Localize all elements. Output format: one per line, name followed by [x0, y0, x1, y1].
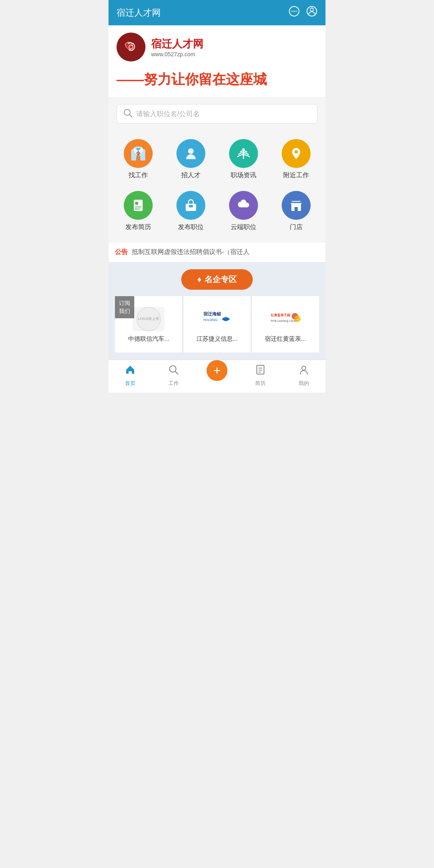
diamond-icon: ♦ [197, 275, 201, 284]
search-input[interactable] [136, 110, 311, 118]
svg-text:宿迁海鲸: 宿迁海鲸 [203, 311, 221, 316]
nav-label-mine: 我的 [299, 380, 309, 387]
post-job-icon [176, 191, 205, 220]
logo-url: www.0527zp.com [151, 51, 203, 57]
site-logo [117, 33, 145, 61]
nearby-jobs-label: 附近工作 [283, 171, 309, 180]
action-cloud-job[interactable]: 云端职位 [218, 187, 269, 235]
nearby-jobs-icon [282, 139, 311, 168]
svg-point-2 [294, 11, 295, 12]
svg-line-29 [176, 372, 178, 375]
nav-label-jobs: 工作 [168, 380, 179, 387]
enterprise-header: ♦ 名企专区 [115, 269, 319, 290]
enterprise-card[interactable]: 宿迁海鲸 HAIJING 江苏捷义信息... [183, 296, 251, 352]
user-icon[interactable] [306, 6, 317, 20]
slogan-banner: ——努力让你留在这座城 [108, 66, 326, 97]
enterprise-logo: 红黄蓝亲子园 RYB Learning Center [269, 307, 301, 331]
bottom-nav: 首页工作+简历我的 [108, 360, 326, 393]
nav-label-home: 首页 [125, 380, 135, 387]
nav-item-resume[interactable]: 简历 [239, 364, 282, 387]
enterprise-btn-label: 名企专区 [205, 274, 237, 285]
svg-text:红黄蓝亲子园: 红黄蓝亲子园 [270, 313, 290, 317]
nav-icon-mine [298, 364, 309, 378]
svg-text:HAIJING: HAIJING [203, 318, 218, 322]
logo-banner: 宿迁人才网 www.0527zp.com [108, 25, 326, 66]
svg-rect-21 [295, 207, 298, 211]
nav-item-jobs[interactable]: 工作 [152, 364, 195, 387]
svg-point-7 [129, 45, 133, 49]
search-bar[interactable] [117, 104, 317, 124]
enterprise-logo: 宿迁海鲸 HAIJING [201, 307, 233, 331]
enterprise-company-name: 中德联信汽车... [128, 335, 170, 343]
enterprise-company-name: 宿迁红黄蓝亲... [265, 335, 306, 343]
logo-main: 宿迁人才网 [151, 37, 203, 51]
nav-item-add[interactable]: + [195, 364, 239, 387]
recruit-talent-icon [176, 139, 205, 168]
find-job-icon: 👔 [124, 139, 153, 168]
action-store[interactable]: 门店 [270, 187, 321, 235]
svg-point-10 [188, 148, 194, 154]
post-resume-icon [124, 191, 153, 220]
chat-icon[interactable] [289, 6, 300, 20]
svg-point-8 [124, 109, 130, 115]
nav-item-home[interactable]: 首页 [108, 364, 152, 387]
workplace-news-icon [229, 139, 258, 168]
notice-text: 抵制互联网虚假违法招聘倡议书-（宿迁人 [132, 248, 250, 256]
post-resume-label: 发布简历 [125, 223, 151, 231]
quick-actions-grid: 👔找工作招人才职场资讯附近工作发布简历发布职位云端职位门店 [108, 131, 326, 242]
enterprise-cards-wrapper: 订阅 我们 LOGO未上传中德联信汽车... 宿迁海鲸 HAIJING 江苏捷义… [115, 296, 319, 352]
action-nearby-jobs[interactable]: 附近工作 [270, 135, 321, 184]
enterprise-company-name: 江苏捷义信息... [197, 335, 238, 343]
app-title: 宿迁人才网 [117, 7, 161, 19]
notice-tag: 公告 [115, 248, 128, 256]
header-icon-group [289, 6, 317, 20]
app-header: 宿迁人才网 [108, 0, 326, 25]
action-workplace-news[interactable]: 职场资讯 [218, 135, 269, 184]
action-find-job[interactable]: 👔找工作 [113, 135, 164, 184]
logo-text: 宿迁人才网 www.0527zp.com [151, 37, 203, 57]
svg-rect-30 [257, 365, 264, 374]
enterprise-card[interactable]: 红黄蓝亲子园 RYB Learning Center 宿迁红黄蓝亲... [252, 296, 319, 352]
search-section [108, 97, 326, 131]
slogan-text: ——努力让你留在这座城 [117, 70, 317, 89]
action-post-resume[interactable]: 发布简历 [113, 187, 164, 235]
enterprise-section: ♦ 名企专区 订阅 我们 LOGO未上传中德联信汽车... 宿迁海鲸 HAIJI… [108, 262, 326, 360]
svg-point-5 [310, 8, 313, 11]
svg-point-27 [294, 315, 301, 322]
svg-line-9 [130, 115, 132, 117]
notice-bar[interactable]: 公告 抵制互联网虚假违法招聘倡议书-（宿迁人 [108, 242, 326, 262]
svg-point-34 [302, 366, 306, 370]
store-label: 门店 [290, 223, 303, 231]
svg-point-13 [295, 150, 298, 154]
svg-rect-19 [189, 205, 193, 207]
nav-icon-resume [255, 364, 266, 378]
action-recruit-talent[interactable]: 招人才 [165, 135, 216, 184]
svg-text:RYB Learning Center: RYB Learning Center [271, 319, 298, 323]
recruit-talent-label: 招人才 [181, 171, 201, 180]
nav-icon-jobs [168, 364, 179, 378]
svg-point-15 [135, 202, 138, 205]
post-job-label: 发布职位 [178, 223, 204, 231]
svg-point-3 [296, 11, 297, 12]
search-icon [123, 108, 132, 119]
action-post-job[interactable]: 发布职位 [165, 187, 216, 235]
nav-item-mine[interactable]: 我的 [282, 364, 326, 387]
store-icon [282, 191, 311, 220]
subscribe-badge[interactable]: 订阅 我们 [115, 296, 134, 318]
nav-label-resume: 简历 [255, 380, 266, 387]
svg-point-1 [292, 11, 293, 12]
cloud-job-label: 云端职位 [231, 223, 256, 231]
enterprise-zone-button[interactable]: ♦ 名企专区 [181, 269, 253, 290]
nav-icon-home [125, 364, 136, 378]
enterprise-grid: LOGO未上传中德联信汽车... 宿迁海鲸 HAIJING 江苏捷义信息... … [115, 296, 319, 352]
workplace-news-label: 职场资讯 [231, 171, 256, 180]
svg-point-28 [170, 366, 176, 372]
cloud-job-icon [229, 191, 258, 220]
find-job-label: 找工作 [129, 171, 148, 180]
enterprise-logo: LOGO未上传 [133, 307, 165, 331]
nav-plus-button[interactable]: + [207, 360, 227, 381]
